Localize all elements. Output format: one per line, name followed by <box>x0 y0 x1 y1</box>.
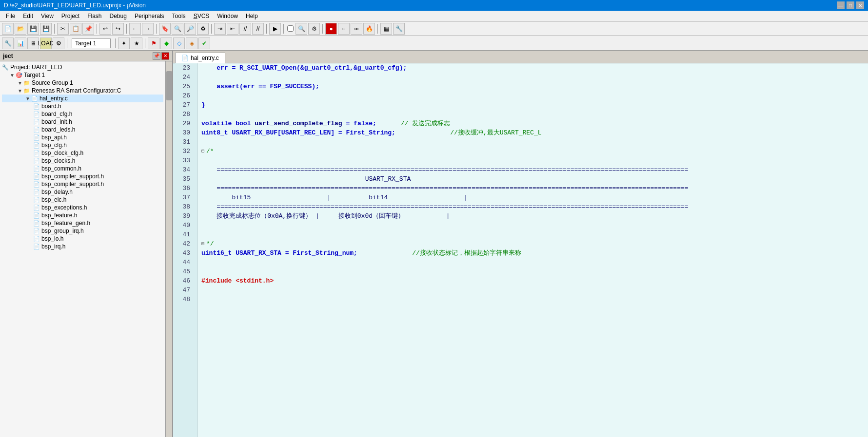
toolbar-replace[interactable]: ♻ <box>197 23 209 35</box>
panel-header-controls[interactable]: 📌 ✕ <box>153 52 169 60</box>
menu-tools[interactable]: Tools <box>168 12 190 20</box>
project-tree[interactable]: 🔧 Project: UART_LED ▼ 🎯 Target 1 ▼ 📁 Sou… <box>0 61 165 437</box>
tree-file-bsp-irq[interactable]: 📄 bsp_irq.h <box>2 243 163 250</box>
tree-source-group[interactable]: ▼ 📁 Source Group 1 <box>2 79 163 87</box>
code-line-44[interactable] <box>197 258 868 267</box>
tab-hal-entry[interactable]: 📄 hal_entry.c <box>175 53 225 63</box>
toolbar-open[interactable]: 📂 <box>15 23 26 35</box>
tree-file-board-init[interactable]: 📄 board_init.h <box>2 118 163 126</box>
code-line-45[interactable] <box>197 267 868 276</box>
tree-file-bsp-group-irq[interactable]: 📄 bsp_group_irq.h <box>2 227 163 235</box>
code-line-46[interactable]: #include <stdint.h> <box>197 276 868 285</box>
tree-file-bsp-compiler-1[interactable]: 📄 bsp_compiler_support.h <box>2 172 163 180</box>
tree-file-bsp-clock-cfg[interactable]: 📄 bsp_clock_cfg.h <box>2 149 163 157</box>
tree-file-bsp-feature[interactable]: 📄 bsp_feature.h <box>2 211 163 219</box>
toolbar-save[interactable]: 💾 <box>27 23 39 35</box>
menu-svcs[interactable]: SVCS <box>190 12 214 20</box>
toolbar2-load[interactable]: LOAD <box>40 38 52 49</box>
code-lines[interactable]: err = R_SCI_UART_Open(&g_uart0_ctrl,&g_u… <box>197 63 868 437</box>
toolbar-new[interactable]: 📄 <box>2 23 14 35</box>
code-line-35[interactable]: USART_RX_STA <box>197 174 868 184</box>
toolbar2-checkmark[interactable]: ✔ <box>198 38 210 49</box>
toolbar2-btn3[interactable]: 🖥 <box>27 38 39 49</box>
toolbar-wrench[interactable]: 🔧 <box>393 23 405 35</box>
menu-flash[interactable]: Flash <box>83 12 105 20</box>
code-line-40[interactable] <box>197 221 868 230</box>
code-line-37[interactable]: bit15 | bit14 | <box>197 193 868 202</box>
toolbar-unindent[interactable]: ⇤ <box>227 23 238 35</box>
code-line-34[interactable]: ========================================… <box>197 165 868 174</box>
tree-file-bsp-exceptions[interactable]: 📄 bsp_exceptions.h <box>2 204 163 211</box>
menu-window[interactable]: Window <box>213 12 242 20</box>
tree-file-bsp-elc[interactable]: 📄 bsp_elc.h <box>2 196 163 204</box>
toolbar-find2[interactable]: 🔎 <box>184 23 196 35</box>
toolbar-forward[interactable]: → <box>142 23 154 35</box>
project-scrollbar[interactable] <box>165 61 172 437</box>
code-line-42[interactable]: ⊟*/ <box>197 239 868 248</box>
tree-file-bsp-compiler-2[interactable]: 📄 bsp_compiler_support.h <box>2 180 163 188</box>
code-line-43[interactable]: uint16_t USART_RX_STA = First_String_num… <box>197 248 868 258</box>
toolbar2-manage[interactable]: ⚙ <box>53 38 64 49</box>
code-line-36[interactable]: ========================================… <box>197 184 868 193</box>
toolbar-indent[interactable]: ⇥ <box>214 23 226 35</box>
tree-target[interactable]: ▼ 🎯 Target 1 <box>2 71 163 79</box>
code-line-28[interactable] <box>197 110 868 119</box>
toolbar-find[interactable]: 🔍 <box>172 23 183 35</box>
menu-help[interactable]: Help <box>242 12 262 20</box>
menu-file[interactable]: File <box>2 12 19 20</box>
code-line-30[interactable]: uint8_t USART_RX_BUF[USART_REC_LEN] = Fi… <box>197 128 868 137</box>
toolbar2-blue-diamond[interactable]: ◇ <box>173 38 185 49</box>
toolbar2-btn1[interactable]: 🔧 <box>2 38 14 49</box>
toolbar2-star[interactable]: ★ <box>131 38 142 49</box>
toolbar2-green-diamond[interactable]: ◆ <box>160 38 172 49</box>
target-selector[interactable]: Target 1 <box>72 38 111 48</box>
tree-file-board-cfg[interactable]: 📄 board_cfg.h <box>2 110 163 118</box>
toolbar-cut[interactable]: ✂ <box>57 23 69 35</box>
toolbar-fire[interactable]: 🔥 <box>363 23 375 35</box>
toolbar-settings[interactable]: ⚙ <box>308 23 320 35</box>
tree-file-bsp-common[interactable]: 📄 bsp_common.h <box>2 165 163 172</box>
toolbar-paste[interactable]: 📌 <box>82 23 94 35</box>
toolbar2-orange-diamond[interactable]: ◈ <box>186 38 197 49</box>
toolbar2-btn2[interactable]: 📊 <box>15 38 26 49</box>
code-line-41[interactable] <box>197 230 868 239</box>
toolbar-comment[interactable]: // <box>239 23 251 35</box>
code-line-39[interactable]: 接收完成标志位（0x0A,换行键） | 接收到0x0d（回车键） | <box>197 211 868 221</box>
tree-project-root[interactable]: 🔧 Project: UART_LED <box>2 63 163 71</box>
toolbar2-red-flag[interactable]: ⚑ <box>148 38 159 49</box>
toolbar-bookmark[interactable]: 🔖 <box>159 23 171 35</box>
menu-project[interactable]: Project <box>58 12 83 20</box>
toolbar-run[interactable]: ▶ <box>269 23 281 35</box>
tree-file-bsp-delay[interactable]: 📄 bsp_delay.h <box>2 188 163 196</box>
close-button[interactable]: ✕ <box>856 1 864 9</box>
code-line-27[interactable]: } <box>197 100 868 110</box>
collapse-42-icon[interactable]: ⊟ <box>201 239 204 248</box>
toolbar-loop[interactable]: ∞ <box>351 23 362 35</box>
code-line-38[interactable]: ========================================… <box>197 202 868 211</box>
collapse-32-icon[interactable]: ⊟ <box>201 147 204 156</box>
maximize-button[interactable]: □ <box>847 1 854 9</box>
tree-file-bsp-io[interactable]: 📄 bsp_io.h <box>2 235 163 243</box>
tree-file-bsp-cfg[interactable]: 📄 bsp_cfg.h <box>2 141 163 149</box>
tree-file-bsp-api[interactable]: 📄 bsp_api.h <box>2 133 163 141</box>
menu-debug[interactable]: Debug <box>106 12 131 20</box>
toolbar-copy[interactable]: 📋 <box>70 23 81 35</box>
panel-pin-button[interactable]: 📌 <box>153 52 160 60</box>
tree-ra-config[interactable]: ▼ 📁 Renesas RA Smart Configurator:C <box>2 87 163 95</box>
panel-close-button[interactable]: ✕ <box>161 52 169 60</box>
code-line-26[interactable] <box>197 91 868 100</box>
code-line-25[interactable]: assert(err == FSP_SUCCESS); <box>197 82 868 91</box>
title-bar-controls[interactable]: — □ ✕ <box>837 1 864 9</box>
code-line-33[interactable] <box>197 156 868 165</box>
code-line-47[interactable] <box>197 285 868 295</box>
tree-file-board-h[interactable]: 📄 board.h <box>2 102 163 110</box>
code-line-48[interactable] <box>197 295 868 304</box>
menu-peripherals[interactable]: Peripherals <box>131 12 168 20</box>
toolbar-checkbox[interactable] <box>287 25 294 32</box>
toolbar-search[interactable]: 🔍 <box>296 23 307 35</box>
toolbar-uncomment[interactable]: // <box>252 23 264 35</box>
tree-file-board-leds[interactable]: 📄 board_leds.h <box>2 126 163 133</box>
code-line-24[interactable] <box>197 73 868 82</box>
code-line-31[interactable] <box>197 137 868 147</box>
code-line-23[interactable]: err = R_SCI_UART_Open(&g_uart0_ctrl,&g_u… <box>197 63 868 73</box>
